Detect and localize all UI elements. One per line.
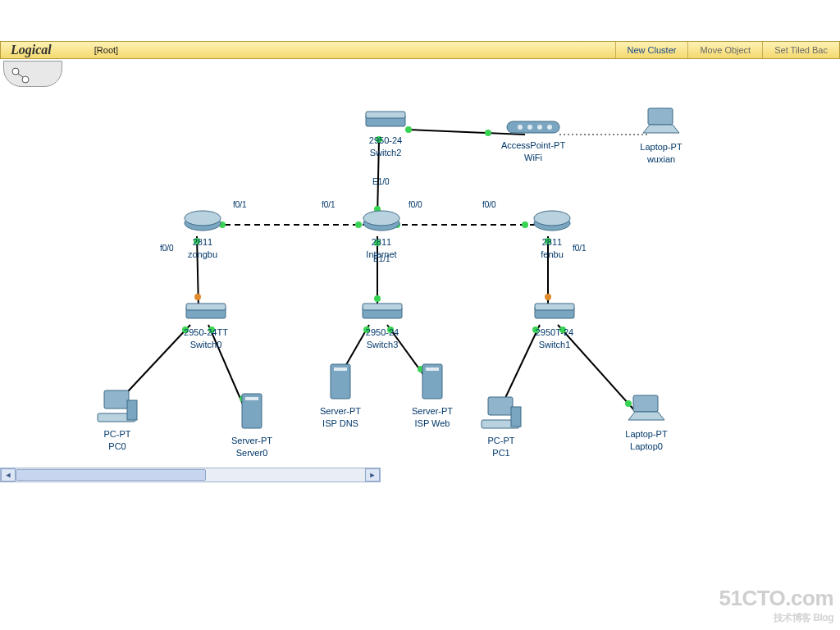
svg-rect-61	[363, 304, 402, 310]
device-router-fenbu[interactable]: 2811 fenbu	[523, 208, 581, 260]
svg-rect-75	[511, 407, 521, 427]
svg-marker-51	[643, 125, 679, 133]
server-icon	[235, 392, 268, 431]
move-object-button[interactable]: Move Object	[687, 42, 762, 58]
svg-rect-44	[366, 112, 405, 118]
svg-marker-77	[628, 412, 664, 420]
svg-point-30	[545, 294, 551, 300]
scroll-left-arrow[interactable]: ◄	[1, 468, 16, 482]
device-name: Switch1	[522, 340, 587, 350]
device-isp-dns[interactable]: Server-PT ISP DNS	[312, 363, 369, 429]
device-name: Switch3	[349, 340, 415, 350]
device-laptop-wuxian[interactable]: Laptop-PT wuxian	[628, 107, 694, 165]
device-laptop0[interactable]: Laptop-PT Laptop0	[614, 394, 679, 452]
view-mode-logical[interactable]: Logical	[1, 43, 62, 57]
new-cluster-button[interactable]: New Cluster	[615, 42, 688, 58]
svg-point-28	[374, 295, 381, 302]
device-isp-web[interactable]: Server-PT ISP Web	[404, 363, 461, 429]
device-model: 2811	[353, 237, 410, 248]
svg-rect-76	[633, 395, 658, 412]
router-icon	[181, 208, 224, 233]
device-name: Internet	[353, 249, 410, 260]
device-model: AccessPoint-PT	[494, 140, 573, 151]
svg-point-48	[537, 125, 542, 130]
device-accesspoint[interactable]: AccessPoint-PT WiFi	[494, 118, 573, 163]
laptop-icon	[623, 394, 669, 425]
breadcrumb-root[interactable]: [Root]	[62, 45, 151, 55]
pc-icon	[96, 389, 139, 425]
server-icon	[416, 363, 449, 402]
device-model: 2950-24TT	[171, 327, 241, 338]
switch-icon	[358, 302, 407, 323]
iface-label: f0/0	[409, 200, 422, 209]
device-switch2[interactable]: 2950-24 Switch2	[353, 110, 418, 158]
device-name: WiFi	[494, 153, 573, 163]
device-name: PC0	[89, 441, 146, 452]
set-tiled-background-button[interactable]: Set Tiled Bac	[762, 42, 839, 58]
device-model: 2811	[174, 237, 231, 248]
svg-rect-64	[104, 390, 129, 409]
iface-label: f0/1	[322, 200, 336, 209]
device-name: zongbu	[174, 249, 231, 260]
device-name: PC1	[472, 448, 530, 459]
svg-point-53	[185, 211, 221, 226]
router-icon	[360, 208, 403, 233]
svg-rect-63	[535, 304, 574, 310]
device-router-internet[interactable]: 2811 Internet	[353, 208, 410, 260]
device-pc1[interactable]: PC-PT PC1	[472, 395, 530, 459]
topology-canvas[interactable]: E1/0 E1/1 f0/0 f0/1 f0/1 f0/0 f0/0 f0/1 …	[0, 59, 840, 630]
device-name: ISP DNS	[312, 418, 369, 429]
svg-rect-66	[127, 400, 137, 420]
device-model: PC-PT	[472, 436, 530, 446]
svg-rect-72	[426, 368, 439, 371]
iface-label: f0/0	[482, 200, 496, 209]
device-model: 2811	[523, 237, 581, 248]
svg-point-57	[534, 211, 570, 226]
device-model: 2950T-24	[522, 327, 587, 338]
watermark: 51CTO.com 技术博客 Blog	[719, 586, 833, 625]
accesspoint-icon	[504, 118, 563, 136]
iface-label: f0/0	[160, 244, 174, 253]
device-model: Laptop-PT	[614, 429, 679, 440]
device-switch1[interactable]: 2950T-24 Switch1	[522, 302, 587, 350]
device-name: Laptop0	[614, 441, 679, 452]
svg-rect-59	[186, 304, 226, 310]
device-model: Server-PT	[223, 436, 281, 446]
device-name: fenbu	[523, 249, 581, 260]
watermark-logo: 51CTO.com	[719, 586, 833, 611]
iface-label: f0/1	[233, 200, 247, 209]
device-pc0[interactable]: PC-PT PC0	[89, 389, 146, 452]
device-router-zongbu[interactable]: 2811 zongbu	[174, 208, 231, 260]
device-model: 2950-24	[353, 135, 418, 146]
watermark-sub: 技术博客 Blog	[719, 611, 833, 625]
device-model: 2950-24	[349, 327, 415, 338]
pc-icon	[480, 395, 523, 431]
scroll-right-arrow[interactable]: ►	[365, 468, 380, 482]
svg-point-46	[518, 125, 523, 130]
device-name: wuxian	[628, 154, 694, 165]
iface-label: E1/0	[372, 177, 390, 186]
svg-point-49	[547, 125, 552, 130]
device-name: ISP Web	[404, 418, 461, 429]
svg-point-47	[527, 125, 532, 130]
scroll-thumb[interactable]	[16, 469, 206, 481]
device-model: Laptop-PT	[628, 142, 694, 153]
server-icon	[324, 363, 357, 402]
svg-rect-70	[334, 368, 347, 371]
switch-icon	[361, 110, 410, 131]
top-toolbar: Logical [Root] New Cluster Move Object S…	[0, 41, 840, 59]
device-server0[interactable]: Server-PT Server0	[223, 392, 281, 459]
router-icon	[531, 208, 573, 233]
horizontal-scrollbar[interactable]: ◄ ►	[0, 468, 381, 482]
device-model: Server-PT	[312, 406, 369, 417]
switch-icon	[181, 302, 231, 323]
device-switch3[interactable]: 2950-24 Switch3	[349, 302, 415, 350]
device-switch0[interactable]: 2950-24TT Switch0	[171, 302, 241, 350]
svg-rect-68	[245, 397, 258, 400]
svg-rect-73	[488, 397, 513, 415]
svg-point-55	[363, 211, 399, 226]
device-name: Switch0	[171, 340, 241, 350]
device-model: Server-PT	[404, 406, 461, 417]
device-name: Switch2	[353, 148, 418, 158]
device-model: PC-PT	[89, 429, 146, 440]
